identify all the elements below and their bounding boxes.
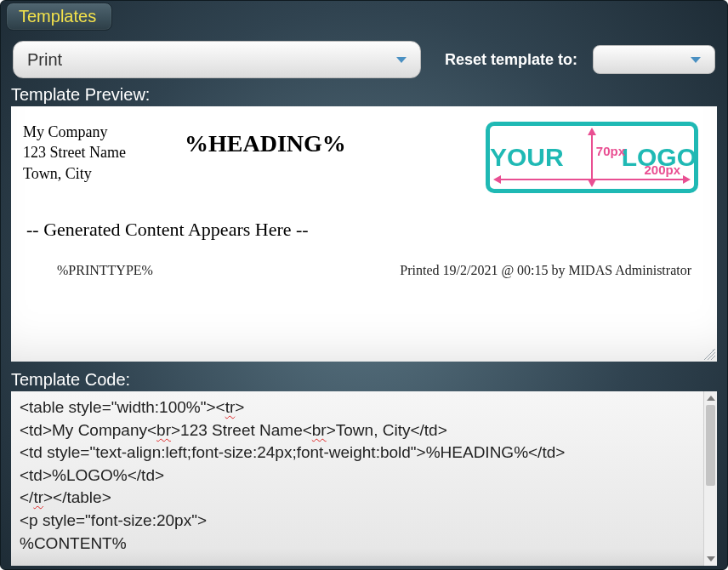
template-select[interactable]: Print: [13, 41, 421, 78]
template-select-value: Print: [27, 50, 62, 70]
tab-templates[interactable]: Templates: [6, 3, 112, 31]
scroll-track[interactable]: [706, 405, 715, 552]
triangle-down-icon: [707, 556, 715, 561]
chevron-down-icon: [396, 57, 407, 63]
tab-label: Templates: [19, 7, 96, 26]
resize-handle-icon[interactable]: [703, 348, 715, 360]
scrollbar[interactable]: [703, 391, 717, 566]
generated-content-marker: -- Generated Content Appears Here --: [11, 193, 717, 249]
logo-placeholder: YOURLOGO 70px 200px: [486, 122, 698, 193]
tab-bar: Templates: [1, 1, 727, 31]
triangle-up-icon: [707, 396, 715, 401]
company-address: My Company 123 Street Name Town, City: [23, 122, 161, 184]
logo-height-label: 70px: [596, 144, 625, 158]
printed-by-line: Printed 19/2/2021 @ 00:15 by MIDAS Admin…: [400, 263, 691, 278]
scroll-up-button[interactable]: [704, 391, 717, 405]
reset-label: Reset template to:: [445, 51, 577, 69]
preview-section-label: Template Preview:: [1, 85, 727, 106]
preview-footer: %PRINTTYPE% Printed 19/2/2021 @ 00:15 by…: [11, 249, 717, 278]
logo-width-label: 200px: [644, 162, 680, 177]
templates-panel: Templates Print Reset template to: Templ…: [0, 0, 728, 570]
print-type-placeholder: %PRINTTYPE%: [57, 263, 153, 278]
template-code-editor[interactable]: <table style="width:100%"><tr><td>My Com…: [11, 391, 717, 566]
chevron-down-icon: [691, 57, 701, 63]
code-text[interactable]: <table style="width:100%"><tr><td>My Com…: [11, 391, 717, 560]
scroll-thumb[interactable]: [706, 405, 715, 486]
heading-placeholder: %HEADING%: [185, 122, 462, 157]
template-preview: My Company 123 Street Name Town, City %H…: [11, 106, 717, 362]
controls-row: Print Reset template to:: [1, 31, 727, 85]
code-section-label: Template Code:: [1, 370, 727, 391]
preview-header-table: My Company 123 Street Name Town, City %H…: [11, 122, 717, 193]
reset-template-select[interactable]: [593, 45, 715, 74]
scroll-down-button[interactable]: [704, 552, 717, 566]
horizontal-dimension-arrow-icon: [495, 179, 689, 180]
